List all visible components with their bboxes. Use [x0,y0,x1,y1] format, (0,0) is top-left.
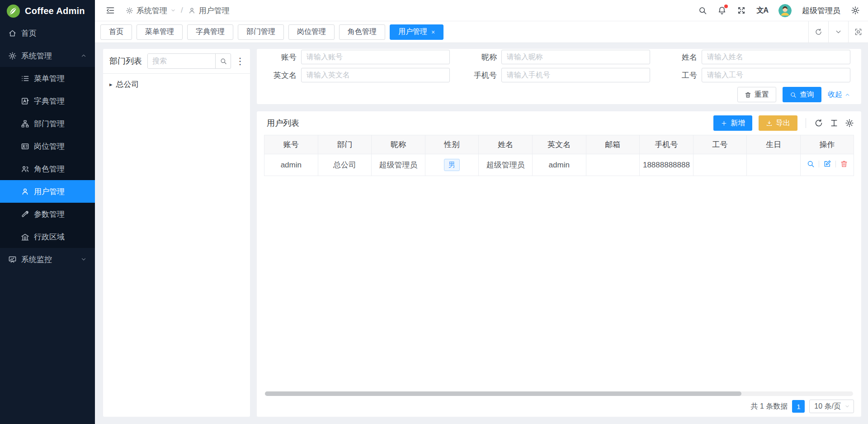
sidebar-item-label: 行政区域 [34,232,65,242]
avatar[interactable] [778,4,792,17]
search-button[interactable]: 查询 [783,87,821,102]
tab-role-management[interactable]: 角色管理 [339,24,385,40]
close-icon[interactable]: × [431,29,435,35]
department-search-button[interactable] [215,54,231,68]
tab-user-management[interactable]: 用户管理 × [390,24,443,40]
search-label: 查询 [800,90,814,100]
refresh-tab-button[interactable] [808,21,828,43]
breadcrumb-level2: 用户管理 [199,5,230,16]
user-list-header: 用户列表 新增 导出 [264,111,854,135]
tab-label: 首页 [109,27,123,37]
tab-dept-management[interactable]: 部门管理 [238,24,284,40]
dictionary-icon [21,97,29,105]
table-toolbar: 新增 导出 [713,115,854,131]
gender-tag: 男 [444,159,460,171]
action-divider [819,161,819,167]
notifications-button[interactable] [717,6,726,15]
row-height-icon[interactable] [830,119,839,128]
department-panel: 部门列表 ⋮ ▸ 总公司 [103,49,250,417]
cell-name: 超级管理员 [479,154,533,176]
sidebar-item-system-monitor[interactable]: 系统监控 [0,248,95,271]
sidebar-item-post-management[interactable]: 岗位管理 [0,135,95,157]
sidebar-item-system-management[interactable]: 系统管理 [0,44,95,67]
gear-icon[interactable] [851,6,860,15]
account-input[interactable] [301,50,450,64]
username[interactable]: 超级管理员 [802,5,840,16]
brand-logo-icon [6,4,20,18]
reset-button[interactable]: 重置 [737,87,776,102]
department-search-input[interactable] [148,54,215,68]
breadcrumb: 系统管理 / 用户管理 [126,5,230,16]
tree-node-head-office[interactable]: ▸ 总公司 [103,74,250,95]
sidebar-item-label: 系统管理 [21,51,52,61]
tab-home[interactable]: 首页 [100,24,132,40]
english-name-input[interactable] [301,68,450,82]
gear-icon [8,52,17,60]
fullscreen-icon[interactable] [737,6,746,15]
sidebar-item-menu-management[interactable]: 菜单管理 [0,67,95,90]
sidebar-item-dict-management[interactable]: 字典管理 [0,90,95,112]
wrench-icon [21,210,29,219]
delete-icon[interactable] [840,160,848,168]
sidebar-item-param-management[interactable]: 参数管理 [0,203,95,225]
job-number-input[interactable] [702,68,850,82]
table-row: admin 总公司 超级管理员 男 超级管理员 admin 1888888888… [264,154,854,176]
column-settings-icon[interactable] [845,119,854,128]
phone-input[interactable] [501,68,650,82]
tab-bar: 首页 菜单管理 字典管理 部门管理 岗位管理 角色管理 用户管理 × [95,21,868,43]
export-button[interactable]: 导出 [759,115,797,131]
page-size-value: 10 条/页 [814,402,841,411]
sidebar-item-dept-management[interactable]: 部门管理 [0,112,95,135]
sidebar-item-admin-region[interactable]: 行政区域 [0,225,95,248]
sidebar-item-label: 角色管理 [34,164,65,174]
scrollbar-thumb[interactable] [265,391,741,396]
column-header: 英文名 [532,135,586,154]
collapse-filter-link[interactable]: 收起 [828,90,850,100]
refresh-icon [815,28,822,36]
collapse-sidebar-icon[interactable] [106,6,115,15]
search-icon[interactable] [698,6,707,15]
reset-label: 重置 [755,90,769,100]
edit-icon[interactable] [823,160,831,168]
breadcrumb-level1[interactable]: 系统管理 [137,5,167,16]
tab-dict-management[interactable]: 字典管理 [187,24,233,40]
more-options-icon[interactable]: ⋮ [236,57,245,66]
chevron-up-icon [844,92,850,98]
chevron-down-icon [170,8,176,13]
field-label: 工号 [662,70,702,81]
sidebar-item-role-management[interactable]: 角色管理 [0,157,95,180]
page-number-button[interactable]: 1 [792,400,805,413]
main-content: 部门列表 ⋮ ▸ 总公司 账号 昵称 姓名 [95,43,868,424]
header-actions: 文A 超级管理员 [698,4,860,17]
tab-menu-management[interactable]: 菜单管理 [137,24,183,40]
table-empty-area [264,176,854,391]
sidebar-item-user-management[interactable]: 用户管理 [0,180,95,203]
sidebar-item-label: 用户管理 [34,186,65,197]
home-icon [8,29,17,38]
translate-icon[interactable]: 文A [756,6,768,15]
sidebar-item-home[interactable]: 首页 [0,22,95,44]
refresh-table-icon[interactable] [814,119,823,128]
export-label: 导出 [776,119,790,128]
cell-nickname: 超级管理员 [372,154,425,176]
cell-gender: 男 [425,154,479,176]
tab-label: 部门管理 [246,27,275,37]
add-user-button[interactable]: 新增 [713,115,752,131]
name-input[interactable] [702,50,850,64]
column-header: 账号 [264,135,318,154]
view-icon[interactable] [807,160,815,168]
filter-field-account: 账号 [261,50,450,64]
caret-right-icon[interactable]: ▸ [109,81,113,88]
tab-label: 字典管理 [196,27,225,37]
nickname-input[interactable] [501,50,650,64]
tab-post-management[interactable]: 岗位管理 [288,24,335,40]
column-header: 部门 [318,135,372,154]
page-size-select[interactable]: 10 条/页 [809,400,854,413]
plus-icon [721,120,727,127]
roles-icon [21,165,29,173]
tab-list-dropdown[interactable] [828,21,848,43]
user-list-panel: 用户列表 新增 导出 账 [257,111,861,417]
horizontal-scrollbar [265,391,853,396]
list-icon [21,74,29,83]
maximize-content-button[interactable] [848,21,868,43]
